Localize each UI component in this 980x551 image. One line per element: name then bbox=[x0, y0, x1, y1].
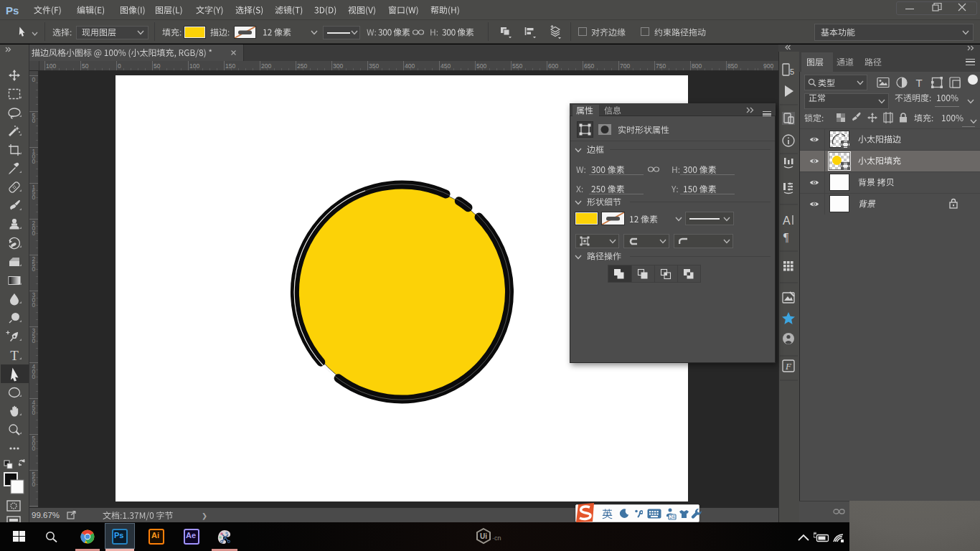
svg-text:Ui: Ui bbox=[480, 532, 487, 540]
svg-text:A: A bbox=[783, 215, 791, 227]
svg-text:5: 5 bbox=[790, 67, 794, 76]
svg-text:24: 24 bbox=[670, 514, 676, 519]
svg-text:T: T bbox=[10, 348, 19, 363]
svg-text:F: F bbox=[785, 361, 792, 372]
svg-text:¶: ¶ bbox=[783, 231, 789, 243]
svg-text:·cn: ·cn bbox=[492, 534, 501, 542]
